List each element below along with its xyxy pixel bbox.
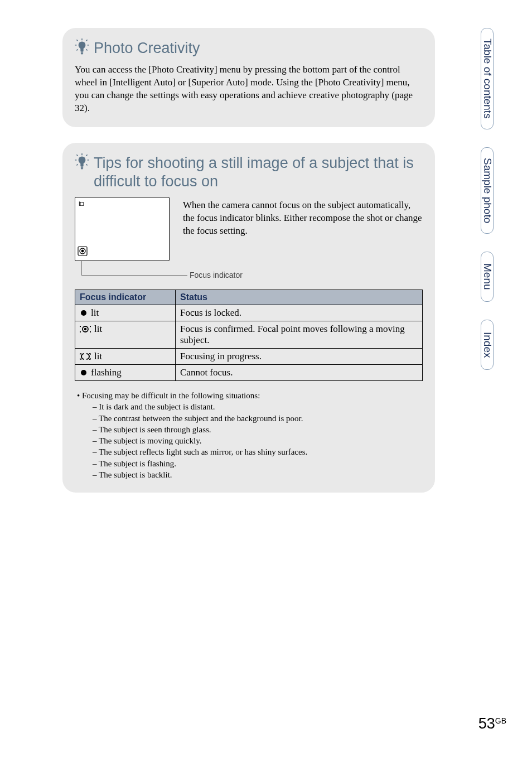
- table-row: lit Focus is locked.: [75, 305, 423, 321]
- tip-heading: Photo Creativity: [75, 38, 423, 58]
- svg-line-6: [86, 40, 88, 41]
- list-item: It is dark and the subject is distant.: [99, 402, 215, 411]
- status-cell: Cannot focus.: [176, 365, 423, 381]
- indicator-state: flashing: [91, 367, 122, 378]
- focus-dot-solid-icon: [80, 309, 88, 317]
- svg-point-21: [81, 250, 84, 253]
- svg-line-15: [86, 155, 88, 156]
- list-item: The subject is backlit.: [99, 470, 172, 479]
- page-number-value: 53: [478, 715, 495, 732]
- status-cell: Focus is confirmed. Focal point moves fo…: [176, 321, 423, 349]
- focus-indicator-icon: [78, 246, 88, 258]
- svg-point-22: [81, 310, 86, 316]
- tab-index[interactable]: Index: [481, 320, 494, 370]
- list-lead: Focusing may be difficult in the followi…: [82, 391, 260, 400]
- tab-sample-photo[interactable]: Sample photo: [481, 147, 494, 234]
- page-number-suffix: GB: [495, 716, 506, 725]
- svg-line-14: [76, 155, 78, 156]
- focus-indicator-table: Focus indicator Status lit Focus is lock…: [75, 290, 423, 381]
- page-number: 53GB: [478, 715, 506, 732]
- camera-mode-icon: i◘: [79, 200, 84, 208]
- tip-box-photo-creativity: Photo Creativity You can access the [Pho…: [62, 28, 435, 127]
- list-item: The subject is seen through glass.: [99, 425, 211, 434]
- tip-box-focus-tips: Tips for shooting a still image of a sub…: [62, 143, 435, 493]
- svg-line-7: [76, 49, 78, 50]
- indicator-state: lit: [91, 307, 99, 319]
- tab-table-of-contents[interactable]: Table of contents: [481, 28, 494, 129]
- list-item: The subject is moving quickly.: [99, 436, 201, 445]
- svg-line-17: [86, 164, 88, 165]
- list-item: The subject reflects light such as mirro…: [99, 447, 307, 456]
- tip-title: Photo Creativity: [94, 38, 423, 58]
- focusing-situations-list: • Focusing may be difficult in the follo…: [75, 390, 423, 480]
- svg-point-25: [81, 370, 86, 375]
- diagram-description: When the camera cannot focus on the subj…: [183, 197, 423, 238]
- table-header-status: Status: [176, 290, 423, 305]
- list-item: The contrast between the subject and the…: [99, 414, 303, 423]
- svg-rect-9: [80, 48, 83, 51]
- svg-point-0: [79, 41, 86, 49]
- tab-menu[interactable]: Menu: [481, 252, 494, 302]
- svg-line-16: [76, 164, 78, 165]
- table-row: lit Focusing in progress.: [75, 349, 423, 365]
- svg-line-8: [86, 49, 88, 50]
- indicator-state: lit: [94, 351, 102, 362]
- table-header-indicator: Focus indicator: [75, 290, 176, 305]
- lightbulb-icon: [75, 153, 89, 170]
- focus-target-hollow-icon: [80, 353, 91, 360]
- lightbulb-icon: [75, 38, 89, 55]
- table-row: flashing Cannot focus.: [75, 365, 423, 381]
- status-cell: Focusing in progress.: [176, 349, 423, 365]
- svg-point-24: [84, 328, 87, 331]
- tip-title: Tips for shooting a still image of a sub…: [94, 153, 423, 192]
- svg-rect-18: [80, 163, 83, 166]
- table-row: lit Focus is confirmed. Focal point move…: [75, 321, 423, 349]
- svg-line-5: [76, 40, 78, 41]
- focus-dot-solid-icon: [80, 369, 88, 377]
- tip-body-text: You can access the [Photo Creativity] me…: [75, 64, 423, 115]
- tip-heading: Tips for shooting a still image of a sub…: [75, 153, 423, 192]
- focus-diagram: i◘ Focus indicator: [75, 197, 170, 279]
- list-item: The subject is flashing.: [99, 459, 176, 468]
- status-cell: Focus is locked.: [176, 305, 423, 321]
- svg-point-10: [79, 156, 86, 163]
- indicator-state: lit: [94, 324, 102, 335]
- focus-target-solid-icon: [80, 325, 91, 333]
